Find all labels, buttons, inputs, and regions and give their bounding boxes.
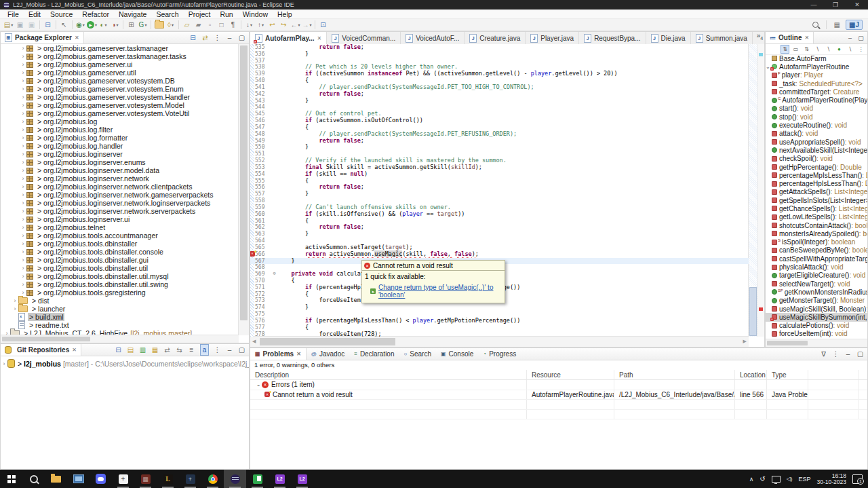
code-line[interactable]: 539 if ((activeSummon instanceof Pet) &&…: [250, 71, 749, 77]
outline-item[interactable]: Base.AutoFarm: [766, 54, 867, 62]
tray-expand-icon[interactable]: ∧: [749, 476, 754, 483]
toggle-block-icon[interactable]: □: [216, 20, 226, 30]
minimize-icon[interactable]: –: [226, 33, 233, 43]
maximize-icon[interactable]: ▢: [238, 33, 245, 43]
chevron-right-icon[interactable]: ›: [20, 126, 26, 133]
minimize-icon[interactable]: –: [226, 345, 233, 355]
eclipse-taskbar-icon[interactable]: [224, 470, 246, 488]
code-line[interactable]: 557 }: [250, 191, 749, 198]
outline-item[interactable]: getChanceSpells() : List<Integer>: [766, 204, 867, 212]
quickfix-link[interactable]: Change return type of 'useMagic(..)' to …: [378, 284, 502, 299]
chevron-right-icon[interactable]: ›: [20, 265, 26, 271]
line-number[interactable]: 572: [250, 291, 271, 298]
line-number[interactable]: 571: [250, 284, 271, 291]
chevron-down-icon[interactable]: ⌄: [255, 381, 262, 388]
code-line[interactable]: 550 }: [250, 144, 749, 151]
white-app-icon[interactable]: +: [112, 470, 134, 488]
mark-occurrences-icon[interactable]: ▱: [182, 20, 192, 30]
chevron-right-icon[interactable]: ›: [12, 305, 18, 312]
menu-run[interactable]: Run: [215, 10, 237, 19]
tree-item[interactable]: ›> org.l2jmobius.tools.dbinstaller.gui: [1, 256, 239, 264]
dropdown-arrow-icon[interactable]: ▾: [117, 22, 119, 27]
dropdown-arrow-icon[interactable]: ▾: [95, 22, 97, 27]
tree-item[interactable]: ›> org.l2jmobius.log.filter: [1, 126, 239, 134]
dropdown-arrow-icon[interactable]: ▾: [250, 22, 252, 27]
tree-item[interactable]: ›> org.l2jmobius.log.formatter: [1, 134, 239, 142]
line-number[interactable]: 574: [250, 304, 271, 311]
outline-item[interactable]: shotcutsContainAttack() : boolean: [766, 221, 867, 229]
editor-tab[interactable]: JVoicedComman...: [327, 32, 401, 44]
pin-editor-icon[interactable]: ⊡: [318, 20, 328, 30]
dropdown-arrow-icon[interactable]: ▾: [11, 22, 13, 27]
tree-item[interactable]: ›> org.l2jmobius.tools.dbinstaller.conso…: [1, 248, 239, 256]
line-number[interactable]: 568: [250, 264, 271, 271]
tree-item[interactable]: ›> org.l2jmobius.gameserver.taskmanager: [1, 44, 239, 52]
outline-item[interactable]: targetEligibleCreature() : void: [766, 271, 867, 280]
menu-source[interactable]: Source: [45, 10, 77, 19]
column-header-spare[interactable]: [808, 370, 859, 379]
tree-item[interactable]: ›> org.l2jmobius.gameserver.taskmanager.…: [1, 52, 239, 60]
tree-item[interactable]: ›> org.l2jmobius.tools.dbinstaller.util.…: [1, 272, 239, 280]
outline-item[interactable]: useMagicSkillBySummon(int, WorldObject): [766, 313, 867, 321]
view-menu-icon[interactable]: ⋮: [214, 345, 221, 355]
close-icon[interactable]: ✕: [72, 347, 77, 353]
chevron-right-icon[interactable]: ›: [20, 183, 26, 190]
problems-group-row[interactable]: ⌄✕Errors (1 item): [250, 380, 867, 390]
view-menu-icon[interactable]: ⋮: [832, 349, 840, 359]
fold-marker-icon[interactable]: ⊖: [271, 271, 277, 278]
editor-tab[interactable]: JPlayer.java: [526, 32, 579, 44]
line-number[interactable]: 537: [250, 58, 271, 64]
dropdown-arrow-icon[interactable]: ▾: [172, 22, 174, 27]
debug-icon[interactable]: ◉▾: [75, 20, 85, 30]
line-number[interactable]: 562: [250, 224, 271, 231]
menu-window[interactable]: Window: [238, 10, 273, 19]
line-number[interactable]: 535: [250, 44, 271, 51]
chevron-right-icon[interactable]: ›: [20, 232, 26, 239]
editor-tab[interactable]: JSummon.java: [691, 32, 753, 44]
line-number[interactable]: 549: [250, 138, 271, 145]
outline-toolbar-icon-1[interactable]: ▭: [791, 45, 800, 54]
outline-item[interactable]: getSpellsInSlots(List<Integer>) : List<I…: [766, 196, 867, 204]
discord-icon[interactable]: [90, 470, 112, 488]
tree-item[interactable]: ›> org.l2jmobius.tools.accountmanager: [1, 231, 239, 240]
outline-item[interactable]: SFgetKnownMonstersInRadius(Player,: [766, 288, 867, 296]
chevron-right-icon[interactable]: ›: [20, 167, 26, 174]
menu-edit[interactable]: Edit: [24, 10, 45, 19]
line-number[interactable]: 570: [250, 278, 271, 284]
select-tool-icon[interactable]: ↖: [59, 20, 69, 30]
chevron-right-icon[interactable]: ›: [20, 102, 26, 109]
tab-console[interactable]: ▣Console: [436, 348, 478, 360]
code-line[interactable]: 546 if (activeSummon.isOutOfControl()): [250, 117, 749, 124]
chevron-right-icon[interactable]: ›: [12, 297, 18, 304]
outline-item[interactable]: canBeSweepedByMe() : boolean: [766, 246, 867, 255]
restore-button[interactable]: ❐: [825, 0, 846, 10]
chevron-right-icon[interactable]: ›: [20, 208, 26, 214]
run-icon[interactable]: ▶▾: [87, 20, 97, 30]
editor-tab[interactable]: JRequestBypa...: [579, 32, 646, 44]
tree-item[interactable]: ›> org.l2jmobius.gameserver.votesystem.E…: [1, 85, 239, 93]
save-icon[interactable]: ▣: [15, 20, 25, 30]
code-line[interactable]: 542 return false;: [250, 91, 749, 98]
column-header-type[interactable]: Type: [767, 370, 808, 379]
tree-item[interactable]: ›> org.l2jmobius.loginserver.network.gam…: [1, 191, 239, 199]
outline-toolbar-icon-0[interactable]: ⇅: [781, 45, 789, 54]
outline-toolbar-icon-6[interactable]: ∖: [846, 45, 854, 54]
tree-item[interactable]: ›> org.l2jmobius.gameserver.votesystem.D…: [1, 77, 239, 85]
code-line[interactable]: 576 if (percentageMpIsLessThan() < playe…: [250, 318, 749, 324]
chevron-right-icon[interactable]: ›: [20, 53, 26, 60]
line-number[interactable]: 538: [250, 64, 271, 71]
git-repository-row[interactable]: › > l2j_mobius [master] - C:\Users\Jose\…: [1, 359, 249, 368]
chevron-right-icon[interactable]: ›: [20, 110, 26, 117]
line-number[interactable]: 557: [250, 191, 271, 198]
last-edit-fwd-icon[interactable]: ↪: [279, 20, 289, 30]
code-text[interactable]: if (percentageMpIsLessThan() < player.ge…: [277, 318, 520, 324]
outline-item[interactable]: ⌄AutofarmPlayerRoutine: [766, 62, 867, 71]
hierarchy-toggle-icon[interactable]: ≡: [188, 345, 195, 355]
code-text[interactable]: }: [277, 98, 309, 105]
format-icon[interactable]: ▰: [193, 20, 203, 30]
line-number[interactable]: 569: [250, 271, 271, 278]
l2-launcher-icon[interactable]: L2: [269, 470, 291, 488]
code-text[interactable]: }: [277, 144, 309, 151]
line-number[interactable]: 556: [250, 184, 271, 191]
chevron-right-icon[interactable]: ›: [20, 86, 26, 92]
